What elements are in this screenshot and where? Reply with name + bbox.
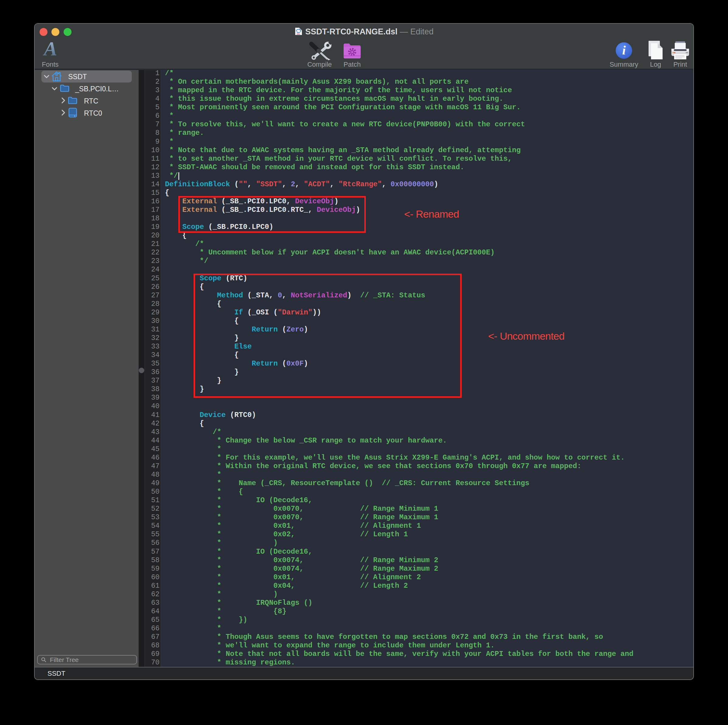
svg-text:DSL: DSL <box>297 33 300 35</box>
